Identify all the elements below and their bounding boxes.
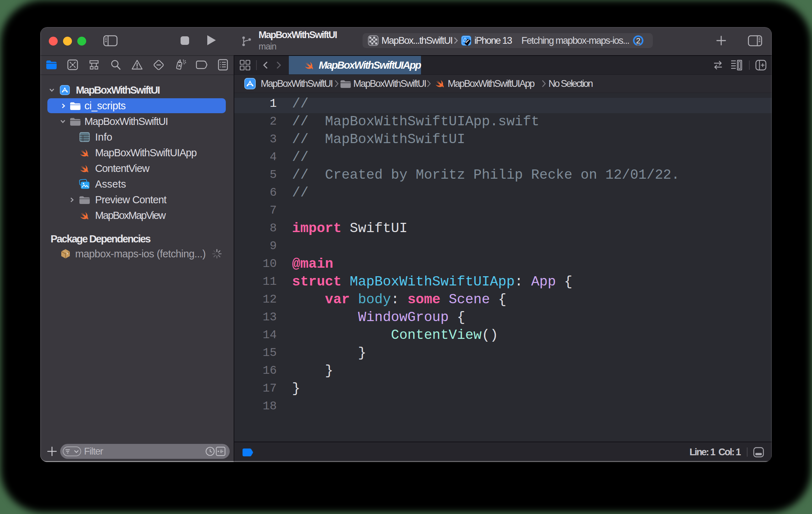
- svg-text:2: 2: [636, 36, 640, 45]
